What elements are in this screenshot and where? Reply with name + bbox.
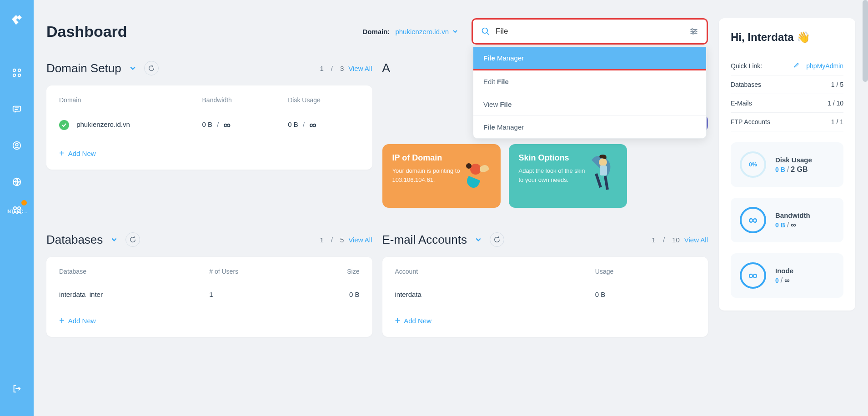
svg-point-0: [13, 69, 16, 72]
search-input[interactable]: [496, 27, 684, 36]
table-row[interactable]: interdata_inter 1 0 B: [59, 281, 360, 307]
page-val: 1: [320, 65, 323, 72]
col-bandwidth: Bandwidth: [202, 96, 288, 104]
svg-point-19: [692, 33, 694, 34]
table-row[interactable]: phukienzero.id.vn 0 B / ∞ 0 B / ∞: [59, 110, 360, 140]
search-result-item[interactable]: File Manager: [473, 47, 706, 70]
scrollbar[interactable]: [863, 0, 868, 416]
search-result-item[interactable]: File Manager: [473, 116, 706, 138]
infinity-icon: ∞: [224, 119, 231, 130]
page-title: Dashboard: [46, 23, 127, 40]
databases-card: Database # of Users Size interdata_inter…: [46, 257, 372, 337]
refresh-button[interactable]: [125, 232, 140, 247]
view-all-link[interactable]: View All: [684, 236, 708, 244]
logout-icon[interactable]: [8, 380, 26, 398]
svg-point-18: [695, 30, 696, 32]
svg-point-2: [13, 74, 16, 77]
plus-icon: +: [395, 316, 401, 326]
greeting: Hi, Interdata 👋: [731, 31, 843, 44]
stat-bandwidth: ∞ Bandwidth 0 B/∞: [731, 198, 843, 242]
emails-card: Account Usage interdata 0 B + Add New: [382, 257, 708, 337]
add-new-button[interactable]: + Add New: [59, 307, 360, 326]
sidebar: EN INTERD...: [0, 0, 34, 416]
pencil-icon[interactable]: [793, 62, 800, 70]
plus-icon: +: [59, 148, 65, 159]
refresh-button[interactable]: [490, 232, 504, 247]
svg-point-21: [466, 163, 472, 169]
search-box[interactable]: [472, 18, 708, 45]
quick-row[interactable]: Databases 1 / 5: [731, 75, 843, 94]
infinity-icon: ∞: [748, 213, 758, 227]
infinity-icon: ∞: [309, 119, 316, 130]
notification-dot: [21, 200, 27, 205]
quick-link-row: Quick Link: phpMyAdmin: [731, 56, 843, 75]
view-all-link[interactable]: View All: [348, 65, 372, 72]
view-all-link[interactable]: View All: [348, 236, 372, 244]
plus-icon: +: [59, 316, 65, 326]
logo-icon: [9, 11, 25, 27]
scroll-thumb[interactable]: [863, 0, 868, 82]
quick-row[interactable]: FTP Accounts 1 / 1: [731, 113, 843, 131]
chevron-down-icon[interactable]: [109, 235, 119, 245]
search-wrap: File Manager Edit File View File File Ma…: [472, 18, 708, 45]
stat-inode: ∞ Inode 0/∞: [731, 253, 843, 298]
search-result-item[interactable]: Edit File: [473, 70, 706, 93]
svg-rect-23: [600, 165, 607, 175]
user-panel: Hi, Interdata 👋 Quick Link: phpMyAdmin D…: [719, 18, 855, 311]
domain-value: phukienzero.id.vn: [395, 28, 449, 35]
chat-icon[interactable]: [8, 100, 26, 118]
stat-disk: 0% Disk Usage 0 B/2 GB: [731, 142, 843, 187]
svg-point-10: [14, 207, 16, 210]
ring-icon: 0%: [740, 151, 766, 178]
ring-icon: ∞: [740, 262, 766, 289]
domain-label: Domain:: [362, 28, 390, 35]
person-illustration: [582, 151, 623, 201]
svg-rect-4: [13, 106, 21, 111]
svg-point-22: [599, 158, 607, 166]
sliders-icon[interactable]: [689, 27, 698, 36]
add-new-button[interactable]: + Add New: [395, 307, 696, 326]
section-title-databases: Databases: [46, 233, 103, 247]
svg-point-12: [482, 28, 488, 34]
section-title-advanced: A: [382, 61, 390, 75]
svg-point-17: [692, 29, 693, 30]
domain-setup-card: Domain Bandwidth Disk Usage phukienzero.…: [46, 85, 372, 170]
ip-domain-card[interactable]: IP of Domain Your domain is pointing to …: [382, 144, 501, 208]
chevron-down-icon[interactable]: [128, 63, 138, 73]
chevron-down-icon[interactable]: [473, 235, 483, 245]
col-disk: Disk Usage: [288, 96, 359, 104]
svg-point-11: [18, 207, 20, 210]
svg-point-3: [18, 74, 21, 77]
user-icon[interactable]: [8, 136, 26, 155]
quick-row[interactable]: E-Mails 1 / 10: [731, 94, 843, 113]
section-title-domain: Domain Setup: [46, 61, 121, 75]
add-new-button[interactable]: + Add New: [59, 140, 360, 159]
wave-icon: 👋: [797, 31, 810, 44]
domain-select[interactable]: phukienzero.id.vn: [395, 28, 458, 35]
svg-point-8: [15, 143, 18, 146]
account-icon[interactable]: [8, 201, 26, 219]
col-domain: Domain: [59, 96, 202, 104]
ring-icon: ∞: [740, 207, 766, 233]
lang-label[interactable]: EN: [13, 180, 21, 186]
search-results: File Manager Edit File View File File Ma…: [473, 46, 707, 139]
table-row[interactable]: interdata 0 B: [395, 281, 696, 307]
search-result-item[interactable]: View File: [473, 93, 706, 116]
person-illustration: [455, 153, 496, 194]
skin-options-card[interactable]: Skin Options Adapt the look of the skin …: [509, 144, 627, 208]
infinity-icon: ∞: [748, 268, 758, 283]
refresh-button[interactable]: [144, 61, 159, 75]
search-icon: [481, 27, 490, 36]
page-total: 3: [340, 65, 344, 72]
quick-link[interactable]: phpMyAdmin: [806, 62, 843, 70]
svg-line-13: [487, 33, 489, 35]
svg-point-20: [470, 164, 481, 175]
chevron-down-icon: [452, 29, 458, 34]
svg-point-1: [18, 69, 21, 72]
check-icon: [59, 120, 69, 130]
apps-icon[interactable]: [8, 64, 26, 82]
section-title-emails: E-mail Accounts: [382, 233, 467, 247]
